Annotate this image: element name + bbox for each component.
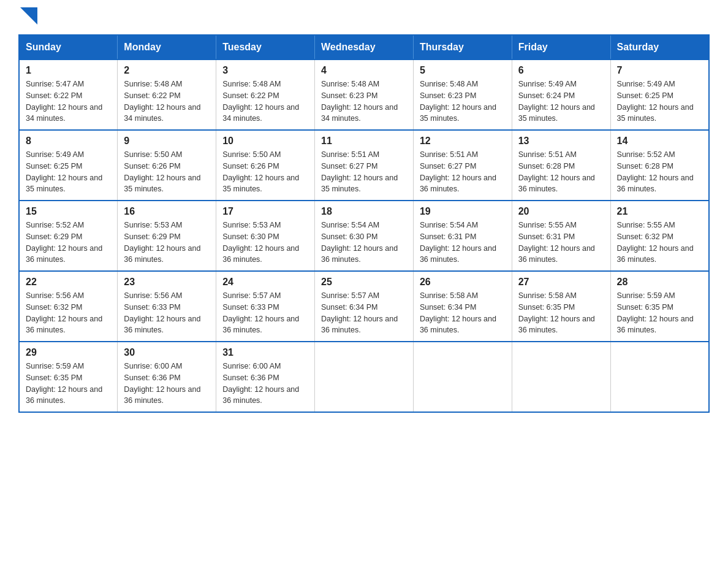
calendar-table: SundayMondayTuesdayWednesdayThursdayFrid…	[18, 34, 710, 413]
day-number: 25	[321, 277, 407, 288]
day-number: 18	[321, 206, 407, 217]
day-info: Sunrise: 5:56 AMSunset: 6:32 PMDaylight:…	[26, 290, 111, 336]
day-info: Sunrise: 5:59 AMSunset: 6:35 PMDaylight:…	[26, 361, 111, 407]
calendar-cell: 25Sunrise: 5:57 AMSunset: 6:34 PMDayligh…	[315, 271, 414, 342]
calendar-cell: 23Sunrise: 5:56 AMSunset: 6:33 PMDayligh…	[118, 271, 216, 342]
day-info: Sunrise: 5:54 AMSunset: 6:31 PMDaylight:…	[420, 220, 506, 266]
day-number: 5	[420, 65, 506, 76]
day-number: 10	[222, 136, 308, 147]
day-number: 19	[420, 206, 506, 217]
calendar-cell: 28Sunrise: 5:59 AMSunset: 6:35 PMDayligh…	[610, 271, 709, 342]
day-number: 2	[124, 65, 210, 76]
calendar-cell: 2Sunrise: 5:48 AMSunset: 6:22 PMDaylight…	[118, 59, 216, 130]
calendar-cell: 14Sunrise: 5:52 AMSunset: 6:28 PMDayligh…	[610, 130, 709, 201]
page-header	[18, 12, 710, 22]
calendar-cell	[413, 342, 512, 412]
week-row-1: 1Sunrise: 5:47 AMSunset: 6:22 PMDaylight…	[19, 59, 709, 130]
day-info: Sunrise: 5:51 AMSunset: 6:27 PMDaylight:…	[321, 149, 407, 195]
calendar-cell: 13Sunrise: 5:51 AMSunset: 6:28 PMDayligh…	[512, 130, 610, 201]
calendar-cell: 1Sunrise: 5:47 AMSunset: 6:22 PMDaylight…	[19, 59, 118, 130]
header-saturday: Saturday	[610, 35, 709, 59]
day-number: 14	[617, 136, 702, 147]
day-number: 9	[124, 136, 210, 147]
day-info: Sunrise: 5:53 AMSunset: 6:30 PMDaylight:…	[222, 220, 308, 266]
day-info: Sunrise: 5:58 AMSunset: 6:35 PMDaylight:…	[518, 290, 604, 336]
day-info: Sunrise: 5:48 AMSunset: 6:23 PMDaylight:…	[420, 79, 506, 124]
header-sunday: Sunday	[19, 35, 118, 59]
day-number: 6	[518, 65, 604, 76]
day-number: 17	[222, 206, 308, 217]
day-info: Sunrise: 5:49 AMSunset: 6:25 PMDaylight:…	[26, 149, 111, 195]
header-thursday: Thursday	[413, 35, 512, 59]
day-info: Sunrise: 5:50 AMSunset: 6:26 PMDaylight:…	[124, 149, 210, 195]
calendar-cell: 26Sunrise: 5:58 AMSunset: 6:34 PMDayligh…	[413, 271, 512, 342]
day-number: 29	[26, 347, 111, 358]
day-info: Sunrise: 5:59 AMSunset: 6:35 PMDaylight:…	[617, 290, 702, 336]
day-number: 3	[222, 65, 308, 76]
calendar-cell: 24Sunrise: 5:57 AMSunset: 6:33 PMDayligh…	[216, 271, 315, 342]
day-number: 27	[518, 277, 604, 288]
day-info: Sunrise: 5:48 AMSunset: 6:22 PMDaylight:…	[222, 79, 308, 124]
calendar-cell	[315, 342, 414, 412]
day-info: Sunrise: 5:58 AMSunset: 6:34 PMDaylight:…	[420, 290, 506, 336]
calendar-cell: 29Sunrise: 5:59 AMSunset: 6:35 PMDayligh…	[19, 342, 118, 412]
day-info: Sunrise: 5:57 AMSunset: 6:34 PMDaylight:…	[321, 290, 407, 336]
day-info: Sunrise: 5:49 AMSunset: 6:24 PMDaylight:…	[518, 79, 604, 124]
calendar-cell: 21Sunrise: 5:55 AMSunset: 6:32 PMDayligh…	[610, 201, 709, 271]
day-number: 24	[222, 277, 308, 288]
week-row-2: 8Sunrise: 5:49 AMSunset: 6:25 PMDaylight…	[19, 130, 709, 201]
day-number: 30	[124, 347, 210, 358]
calendar-cell: 10Sunrise: 5:50 AMSunset: 6:26 PMDayligh…	[216, 130, 315, 201]
calendar-cell: 30Sunrise: 6:00 AMSunset: 6:36 PMDayligh…	[118, 342, 216, 412]
calendar-cell: 7Sunrise: 5:49 AMSunset: 6:25 PMDaylight…	[610, 59, 709, 130]
day-number: 15	[26, 206, 111, 217]
day-number: 22	[26, 277, 111, 288]
week-row-3: 15Sunrise: 5:52 AMSunset: 6:29 PMDayligh…	[19, 201, 709, 271]
calendar-cell: 27Sunrise: 5:58 AMSunset: 6:35 PMDayligh…	[512, 271, 610, 342]
logo	[18, 12, 37, 22]
day-number: 7	[617, 65, 702, 76]
header-tuesday: Tuesday	[216, 35, 315, 59]
calendar-cell: 8Sunrise: 5:49 AMSunset: 6:25 PMDaylight…	[19, 130, 118, 201]
day-number: 28	[617, 277, 702, 288]
calendar-cell: 15Sunrise: 5:52 AMSunset: 6:29 PMDayligh…	[19, 201, 118, 271]
day-info: Sunrise: 5:56 AMSunset: 6:33 PMDaylight:…	[124, 290, 210, 336]
day-info: Sunrise: 5:49 AMSunset: 6:25 PMDaylight:…	[617, 79, 702, 124]
day-info: Sunrise: 5:51 AMSunset: 6:27 PMDaylight:…	[420, 149, 506, 195]
day-info: Sunrise: 5:48 AMSunset: 6:22 PMDaylight:…	[124, 79, 210, 124]
calendar-cell: 18Sunrise: 5:54 AMSunset: 6:30 PMDayligh…	[315, 201, 414, 271]
day-number: 20	[518, 206, 604, 217]
day-info: Sunrise: 5:57 AMSunset: 6:33 PMDaylight:…	[222, 290, 308, 336]
day-number: 1	[26, 65, 111, 76]
calendar-cell: 9Sunrise: 5:50 AMSunset: 6:26 PMDaylight…	[118, 130, 216, 201]
day-number: 31	[222, 347, 308, 358]
day-info: Sunrise: 5:51 AMSunset: 6:28 PMDaylight:…	[518, 149, 604, 195]
day-info: Sunrise: 6:00 AMSunset: 6:36 PMDaylight:…	[222, 361, 308, 407]
calendar-body: 1Sunrise: 5:47 AMSunset: 6:22 PMDaylight…	[19, 59, 709, 412]
day-info: Sunrise: 5:54 AMSunset: 6:30 PMDaylight:…	[321, 220, 407, 266]
day-number: 26	[420, 277, 506, 288]
logo-triangle-icon	[20, 7, 37, 25]
day-number: 13	[518, 136, 604, 147]
header-monday: Monday	[118, 35, 216, 59]
day-number: 8	[26, 136, 111, 147]
day-info: Sunrise: 5:55 AMSunset: 6:32 PMDaylight:…	[617, 220, 702, 266]
calendar-cell: 19Sunrise: 5:54 AMSunset: 6:31 PMDayligh…	[413, 201, 512, 271]
day-number: 21	[617, 206, 702, 217]
header-wednesday: Wednesday	[315, 35, 414, 59]
day-number: 12	[420, 136, 506, 147]
calendar-cell: 12Sunrise: 5:51 AMSunset: 6:27 PMDayligh…	[413, 130, 512, 201]
header-row: SundayMondayTuesdayWednesdayThursdayFrid…	[19, 35, 709, 59]
svg-marker-0	[20, 7, 37, 25]
calendar-header: SundayMondayTuesdayWednesdayThursdayFrid…	[19, 35, 709, 59]
calendar-cell: 17Sunrise: 5:53 AMSunset: 6:30 PMDayligh…	[216, 201, 315, 271]
day-info: Sunrise: 6:00 AMSunset: 6:36 PMDaylight:…	[124, 361, 210, 407]
day-number: 16	[124, 206, 210, 217]
calendar-cell: 22Sunrise: 5:56 AMSunset: 6:32 PMDayligh…	[19, 271, 118, 342]
calendar-cell: 5Sunrise: 5:48 AMSunset: 6:23 PMDaylight…	[413, 59, 512, 130]
calendar-cell: 6Sunrise: 5:49 AMSunset: 6:24 PMDaylight…	[512, 59, 610, 130]
calendar-cell	[610, 342, 709, 412]
day-info: Sunrise: 5:50 AMSunset: 6:26 PMDaylight:…	[222, 149, 308, 195]
day-info: Sunrise: 5:55 AMSunset: 6:31 PMDaylight:…	[518, 220, 604, 266]
calendar-cell: 11Sunrise: 5:51 AMSunset: 6:27 PMDayligh…	[315, 130, 414, 201]
